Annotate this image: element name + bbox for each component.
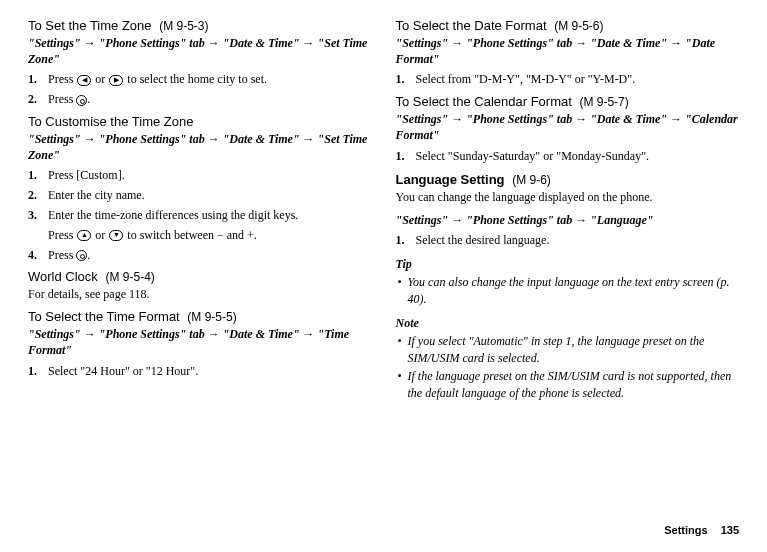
calendar-format-path: "Settings" → "Phone Settings" tab → "Dat… [396, 111, 740, 143]
calendar-format-steps: Select "Sunday-Saturday" or "Monday-Sund… [396, 148, 740, 165]
sub-instruction: Press ▲ or ▼ to switch between − and +. [48, 227, 372, 244]
customise-time-zone-title: To Customise the Time Zone [28, 114, 372, 129]
customise-time-zone-steps: Press [Custom]. Enter the city name. Ent… [28, 167, 372, 263]
time-format-path: "Settings" → "Phone Settings" tab → "Dat… [28, 326, 372, 358]
right-column: To Select the Date Format (M 9-5-6) "Set… [396, 12, 740, 404]
left-column: To Set the Time Zone (M 9-5-3) "Settings… [28, 12, 372, 404]
customise-time-zone-path: "Settings" → "Phone Settings" tab → "Dat… [28, 131, 372, 163]
menu-code: (M 9-5-7) [579, 95, 628, 109]
set-time-zone-title: To Set the Time Zone (M 9-5-3) [28, 18, 372, 33]
date-format-steps: Select from "D-M-Y", "M-D-Y" or "Y-M-D". [396, 71, 740, 88]
footer-page: 135 [721, 524, 739, 536]
time-format-title: To Select the Time Format (M 9-5-5) [28, 309, 372, 324]
title-text: To Set the Time Zone [28, 18, 152, 33]
step-item: Press ◀ or ▶ to select the home city to … [28, 71, 372, 88]
menu-code: (M 9-5-6) [554, 19, 603, 33]
tip-heading: Tip [396, 257, 740, 272]
step-item: Enter the time-zone differences using th… [28, 207, 372, 244]
step-item: Select the desired language. [396, 232, 740, 249]
down-key-icon: ▼ [109, 230, 123, 241]
up-key-icon: ▲ [77, 230, 91, 241]
note-list: If you select "Automatic" in step 1, the… [396, 333, 740, 402]
step-item: Press . [28, 91, 372, 108]
page-columns: To Set the Time Zone (M 9-5-3) "Settings… [28, 12, 739, 404]
menu-code: (M 9-5-4) [105, 270, 154, 284]
right-key-icon: ▶ [109, 75, 123, 86]
menu-code: (M 9-5-3) [159, 19, 208, 33]
step-item: Select "24 Hour" or "12 Hour". [28, 363, 372, 380]
world-clock-title: World Clock (M 9-5-4) [28, 269, 372, 284]
center-key-icon [76, 95, 87, 106]
set-time-zone-path: "Settings" → "Phone Settings" tab → "Dat… [28, 35, 372, 67]
note-heading: Note [396, 316, 740, 331]
calendar-format-title: To Select the Calendar Format (M 9-5-7) [396, 94, 740, 109]
note-item: If the language preset on the SIM/USIM c… [396, 368, 740, 402]
step-item: Enter the city name. [28, 187, 372, 204]
world-clock-text: For details, see page 118. [28, 286, 372, 303]
footer-section: Settings [664, 524, 707, 536]
step-item: Select from "D-M-Y", "M-D-Y" or "Y-M-D". [396, 71, 740, 88]
language-setting-title: Language Setting (M 9-6) [396, 172, 740, 187]
tip-item: You can also change the input language o… [396, 274, 740, 308]
menu-code: (M 9-6) [512, 173, 551, 187]
menu-code: (M 9-5-5) [187, 310, 236, 324]
language-path: "Settings" → "Phone Settings" tab → "Lan… [396, 212, 740, 228]
date-format-title: To Select the Date Format (M 9-5-6) [396, 18, 740, 33]
left-key-icon: ◀ [77, 75, 91, 86]
step-item: Select "Sunday-Saturday" or "Monday-Sund… [396, 148, 740, 165]
language-intro: You can change the language displayed on… [396, 189, 740, 206]
set-time-zone-steps: Press ◀ or ▶ to select the home city to … [28, 71, 372, 108]
time-format-steps: Select "24 Hour" or "12 Hour". [28, 363, 372, 380]
center-key-icon [76, 250, 87, 261]
tip-list: You can also change the input language o… [396, 274, 740, 308]
note-item: If you select "Automatic" in step 1, the… [396, 333, 740, 367]
language-steps: Select the desired language. [396, 232, 740, 249]
step-item: Press [Custom]. [28, 167, 372, 184]
date-format-path: "Settings" → "Phone Settings" tab → "Dat… [396, 35, 740, 67]
page-footer: Settings 135 [664, 524, 739, 536]
step-item: Press . [28, 247, 372, 264]
